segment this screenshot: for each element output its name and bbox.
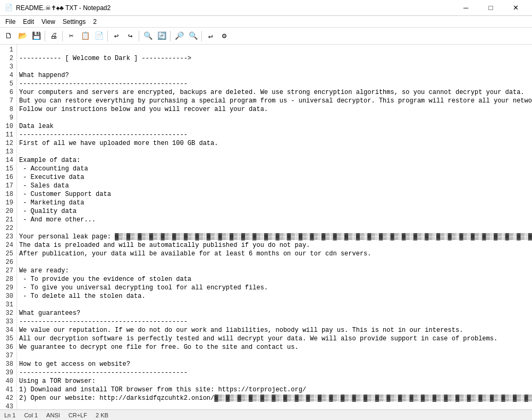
menu-edit[interactable]: Edit [20, 17, 37, 27]
zoom-out-button[interactable]: 🔍 [187, 30, 199, 42]
undo-button[interactable]: ↩ [110, 30, 123, 42]
title-bar-left: 📄 README.☠✝♠♣ TXT - Notepad2 [4, 4, 111, 12]
window-controls: ─ □ ✕ [454, 0, 528, 16]
maximize-button[interactable]: □ [479, 0, 503, 16]
close-button[interactable]: ✕ [504, 0, 528, 16]
copy-button[interactable]: 📋 [79, 30, 91, 42]
cut-button[interactable]: ✂ [65, 30, 78, 42]
status-encoding: ANSI [46, 412, 60, 418]
toolbar-sep-6 [201, 31, 202, 41]
menu-bar: File Edit View Settings 2 [0, 16, 532, 28]
menu-settings[interactable]: Settings [60, 17, 89, 27]
window-title: README.☠✝♠♣ TXT - Notepad2 [16, 4, 111, 12]
line-numbers: 1 2 3 4 5 6 7 8 9 10 11 12 13 14 15 16 1… [0, 45, 17, 409]
status-filesize: 2 KB [96, 412, 108, 418]
find-button[interactable]: 🔍 [141, 30, 154, 42]
toolbar-sep-5 [170, 31, 171, 41]
status-ln: Ln 1 [4, 412, 15, 418]
title-bar: 📄 README.☠✝♠♣ TXT - Notepad2 ─ □ ✕ [0, 0, 532, 16]
wordwrap-button[interactable]: ↵ [204, 30, 217, 42]
settings-button[interactable]: ⚙ [218, 30, 231, 42]
editor-content[interactable]: ----------- [ Welcome to Dark ] --------… [17, 45, 532, 409]
new-button[interactable]: 🗋 [2, 30, 15, 42]
status-bar: Ln 1 Col 1 ANSI CR+LF 2 KB [0, 409, 532, 420]
print-button[interactable]: 🖨 [47, 30, 60, 42]
app-icon: 📄 [4, 4, 13, 12]
open-button[interactable]: 📂 [16, 30, 29, 42]
status-lineending: CR+LF [69, 412, 87, 418]
toolbar-sep-4 [139, 31, 139, 41]
toolbar-sep-2 [62, 31, 63, 41]
minimize-button[interactable]: ─ [454, 0, 478, 16]
status-col: Col 1 [24, 412, 38, 418]
replace-button[interactable]: 🔄 [155, 30, 168, 42]
toolbar: 🗋 📂 💾 🖨 ✂ 📋 📄 ↩ ↪ 🔍 🔄 🔎 🔍 ↵ ⚙ [0, 28, 532, 45]
paste-button[interactable]: 📄 [92, 30, 105, 42]
toolbar-sep-3 [107, 31, 108, 41]
zoom-in-button[interactable]: 🔎 [173, 30, 185, 42]
menu-file[interactable]: File [2, 17, 19, 27]
toolbar-sep-1 [45, 31, 45, 41]
redo-button[interactable]: ↪ [124, 30, 137, 42]
menu-view[interactable]: View [38, 17, 58, 27]
save-button[interactable]: 💾 [30, 30, 43, 42]
editor-container: 1 2 3 4 5 6 7 8 9 10 11 12 13 14 15 16 1… [0, 45, 532, 409]
menu-2[interactable]: 2 [90, 17, 100, 27]
